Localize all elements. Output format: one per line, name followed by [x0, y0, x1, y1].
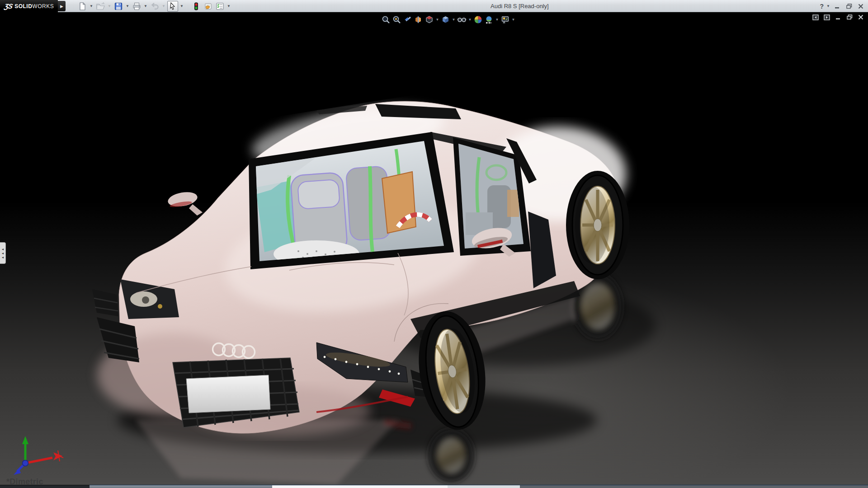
- heads-up-view-toolbar: ▼ ▼ ▼ ▼ ▼: [381, 14, 516, 25]
- solidworks-logo: ƷS SOLIDWORKS: [0, 0, 58, 12]
- undo-icon[interactable]: [149, 1, 160, 12]
- brand-solid: SOLID: [14, 3, 32, 9]
- undo-dropdown[interactable]: ▼: [161, 1, 166, 12]
- save-dropdown[interactable]: ▼: [125, 1, 130, 12]
- open-document-icon[interactable]: [95, 1, 106, 12]
- new-document-icon[interactable]: [77, 1, 88, 12]
- viewport-canvas[interactable]: ▼ ▼ ▼ ▼ ▼: [0, 12, 868, 485]
- print-dropdown[interactable]: ▼: [143, 1, 148, 12]
- status-segment: [90, 485, 272, 488]
- solidworks-window: ƷS SOLIDWORKS ▶ ▼ ▼ ▼ ▼ ▼: [0, 0, 868, 488]
- traffic-light-icon[interactable]: [191, 1, 202, 12]
- display-style-dropdown[interactable]: ▼: [451, 14, 456, 25]
- open-document-dropdown[interactable]: ▼: [107, 1, 112, 12]
- window-title: Audi R8 S [Read-only]: [491, 0, 549, 12]
- view-orientation-icon[interactable]: [424, 14, 434, 25]
- status-segment: [272, 485, 448, 488]
- app-restore-icon[interactable]: [844, 2, 854, 11]
- checklist-options-dropdown[interactable]: ▼: [226, 1, 231, 12]
- select-cursor-dropdown[interactable]: ▼: [179, 1, 184, 12]
- save-icon[interactable]: [113, 1, 124, 12]
- feature-manager-collapsed-tab[interactable]: ◄ ◄ ◄: [0, 242, 6, 264]
- status-strip: [0, 485, 868, 488]
- view-settings-dropdown[interactable]: ▼: [511, 14, 516, 25]
- zoom-to-fit-icon[interactable]: [381, 14, 391, 25]
- menu-expand-tab[interactable]: ▶: [58, 1, 66, 11]
- previous-view-icon[interactable]: [402, 14, 413, 25]
- collapse-arrow-icon: ◄: [1, 248, 5, 251]
- license-plate: [186, 375, 270, 413]
- car-model[interactable]: [0, 12, 868, 485]
- hide-show-items-dropdown[interactable]: ▼: [467, 14, 472, 25]
- doc-minimize-icon[interactable]: [835, 14, 842, 20]
- apply-scene-icon[interactable]: [484, 14, 494, 25]
- main-toolbar: ▼ ▼ ▼ ▼ ▼ ▼: [77, 0, 231, 12]
- view-orientation-label: *Dimetric: [6, 477, 43, 485]
- view-orientation-dropdown[interactable]: ▼: [435, 14, 440, 25]
- app-minimize-icon[interactable]: [833, 2, 842, 11]
- display-style-icon[interactable]: [440, 14, 451, 25]
- pane-right-toggle-icon[interactable]: [823, 14, 830, 20]
- left-mirror: [167, 190, 203, 216]
- select-cursor-icon[interactable]: [167, 1, 178, 12]
- pane-left-toggle-icon[interactable]: [812, 14, 819, 20]
- rear-wheel[interactable]: [566, 171, 629, 279]
- status-segment: [448, 485, 520, 488]
- status-segment: [0, 485, 90, 488]
- collapse-arrow-icon: ◄: [1, 256, 5, 259]
- new-document-dropdown[interactable]: ▼: [89, 1, 94, 12]
- orientation-triad: [7, 433, 71, 479]
- hide-show-items-icon[interactable]: [457, 14, 467, 25]
- section-view-icon[interactable]: [413, 14, 424, 25]
- titlebar-window-controls: ? ▼: [820, 0, 865, 12]
- brand-works: WORKS: [32, 3, 54, 9]
- print-icon[interactable]: [131, 1, 142, 12]
- collapse-arrow-icon: ◄: [1, 252, 5, 255]
- annotation-note-icon[interactable]: [203, 1, 213, 12]
- status-segment: [520, 485, 868, 488]
- edit-appearance-icon[interactable]: [473, 14, 483, 25]
- apply-scene-dropdown[interactable]: ▼: [495, 14, 500, 25]
- help-icon[interactable]: ?: [820, 3, 824, 10]
- brand-mark: ƷS: [4, 2, 13, 10]
- help-dropdown[interactable]: ▼: [826, 1, 830, 12]
- doc-close-icon[interactable]: [857, 14, 864, 20]
- app-close-icon[interactable]: [856, 2, 865, 11]
- zoom-to-area-icon[interactable]: [392, 14, 402, 25]
- view-settings-icon[interactable]: [500, 14, 510, 25]
- checklist-options-icon[interactable]: [214, 1, 225, 12]
- document-window-controls: [812, 14, 864, 20]
- doc-restore-icon[interactable]: [846, 14, 853, 20]
- title-bar: ƷS SOLIDWORKS ▶ ▼ ▼ ▼ ▼ ▼: [0, 0, 868, 12]
